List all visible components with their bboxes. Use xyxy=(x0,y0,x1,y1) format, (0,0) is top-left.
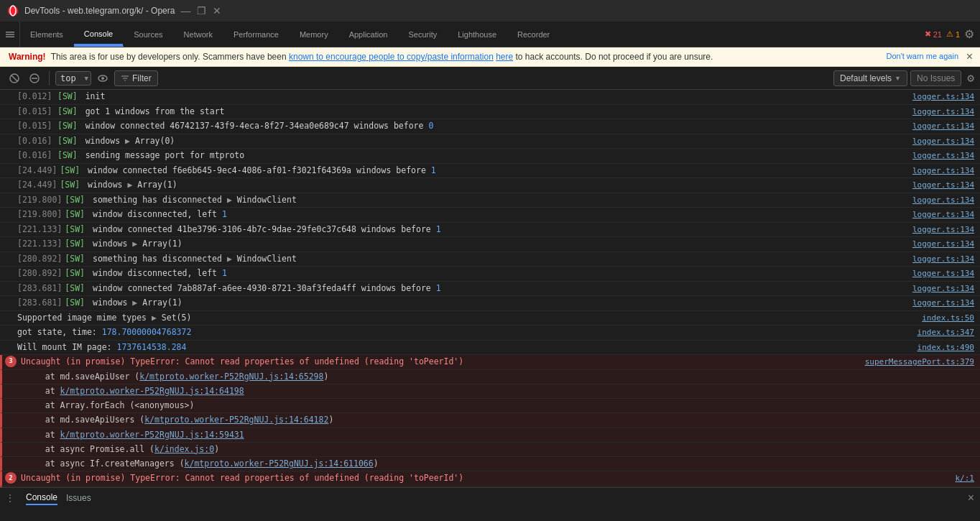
error-source[interactable]: superMessagePort.ts:379 xyxy=(865,356,974,369)
no-entry-button[interactable] xyxy=(26,70,43,87)
warning-link2[interactable]: here xyxy=(496,52,513,62)
bottom-tab-issues[interactable]: Issues xyxy=(66,492,91,504)
error-stack-row: at md.saveApiUser (k/mtproto.worker-P52R… xyxy=(0,370,980,384)
error-icon: ✖ xyxy=(925,29,931,39)
log-source[interactable]: logger.ts:134 xyxy=(888,150,974,162)
log-row: [0.015] [SW] got 1 windows from the star… xyxy=(0,105,980,120)
tabs-bar: Elements Console Sources Network Perform… xyxy=(0,22,980,47)
log-timestamp: [219.800] xyxy=(17,208,62,221)
no-issues-label: No Issues xyxy=(910,70,961,86)
tab-application[interactable]: Application xyxy=(339,22,399,47)
log-content: sending message port for mtproto xyxy=(80,149,888,162)
log-timestamp: [0.015] xyxy=(17,106,55,118)
console-settings-button[interactable]: ⚙ xyxy=(967,71,974,85)
log-source[interactable]: logger.ts:134 xyxy=(888,239,974,251)
svg-point-10 xyxy=(101,77,104,80)
tab-elements[interactable]: Elements xyxy=(20,22,74,47)
bottom-bar: ⋮ Console Issues × xyxy=(0,487,980,507)
close-button[interactable]: ✕ xyxy=(212,6,222,16)
log-timestamp: [280.892] xyxy=(17,253,62,265)
stack-line: at md.saveApiUsers (k/mtproto.worker-P52… xyxy=(25,414,974,426)
log-sw-tag: [SW] xyxy=(57,91,78,103)
log-timestamp: [219.800] xyxy=(17,194,62,206)
log-sw-tag: [SW] xyxy=(65,297,85,309)
log-source[interactable]: logger.ts:134 xyxy=(888,254,974,266)
context-selector[interactable]: top xyxy=(55,71,91,86)
tab-menu-button[interactable] xyxy=(0,22,20,47)
log-source[interactable]: logger.ts:134 xyxy=(888,136,974,148)
error-message: Uncaught (in promise) TypeError: Cannot … xyxy=(21,356,865,368)
filter-icon xyxy=(121,74,129,83)
log-sw-tag: [SW] xyxy=(65,208,85,221)
log-row: Supported image mime types ▶ Set(5) inde… xyxy=(0,311,980,326)
bottom-menu-button[interactable]: ⋮ xyxy=(6,493,14,503)
log-timestamp: [24.449] xyxy=(17,179,57,191)
filter-button[interactable]: Filter xyxy=(114,70,158,86)
log-content: window connected 41be3796-3106-4b7c-9dae… xyxy=(88,223,888,236)
log-source[interactable]: logger.ts:134 xyxy=(888,209,974,221)
log-source[interactable]: logger.ts:134 xyxy=(888,180,974,192)
default-levels-label: Default levels xyxy=(840,73,892,83)
warning-banner: Warning! This area is for use by develop… xyxy=(0,47,980,67)
hamburger-icon xyxy=(4,29,16,40)
log-source[interactable]: logger.ts:134 xyxy=(888,106,974,119)
log-sw-tag: [SW] xyxy=(65,194,85,206)
bottom-close-button[interactable]: × xyxy=(968,492,974,504)
error-count: 21 xyxy=(933,30,942,39)
tab-performance[interactable]: Performance xyxy=(223,22,290,47)
chevron-down-icon: ▼ xyxy=(895,75,901,82)
log-sw-tag: [SW] xyxy=(65,223,85,236)
clear-console-button[interactable] xyxy=(6,70,23,87)
log-content: window connected f6e6b645-9ec4-4086-af01… xyxy=(83,165,888,177)
log-source[interactable]: logger.ts:134 xyxy=(888,298,974,310)
tab-lighthouse[interactable]: Lighthouse xyxy=(448,22,507,47)
log-source[interactable]: logger.ts:134 xyxy=(888,121,974,133)
minimize-button[interactable]: — xyxy=(180,6,190,16)
log-content: windows ▶ Array(1) xyxy=(88,238,888,250)
eye-button[interactable] xyxy=(94,70,111,87)
log-source[interactable]: logger.ts:134 xyxy=(888,165,974,177)
close-warning-button[interactable]: × xyxy=(966,50,973,63)
svg-rect-2 xyxy=(6,32,14,33)
tab-memory[interactable]: Memory xyxy=(290,22,339,47)
warning-link1[interactable]: known to encourage people to copy/paste … xyxy=(289,52,494,62)
title-text: DevTools - web.telegram.org/k/ - Opera xyxy=(24,6,175,16)
log-content: windows ▶ Array(1) xyxy=(83,179,888,191)
tab-console[interactable]: Console xyxy=(74,22,124,47)
tab-sources[interactable]: Sources xyxy=(124,22,173,47)
console-toolbar: top Filter Default levels ▼ No Issues ⚙ xyxy=(0,67,980,90)
default-levels-button[interactable]: Default levels ▼ xyxy=(833,70,907,86)
tab-security[interactable]: Security xyxy=(398,22,448,47)
error-stack-row: at async If.createManagers (k/mtproto.wo… xyxy=(0,457,980,471)
log-timestamp: [0.016] xyxy=(17,135,55,147)
bottom-tab-console[interactable]: Console xyxy=(26,491,57,505)
error-stack-row: at md.saveApiUser (k/mtproto.worker-P52R… xyxy=(0,487,980,487)
log-content: window disconnected, left 1 xyxy=(88,267,888,280)
tab-recorder[interactable]: Recorder xyxy=(507,22,560,47)
log-source[interactable]: logger.ts:134 xyxy=(888,283,974,295)
log-source[interactable]: logger.ts:134 xyxy=(888,224,974,236)
log-content: got state, time: 178.70000004768372 xyxy=(17,326,888,338)
log-source[interactable]: index.ts:347 xyxy=(888,327,974,339)
tab-network[interactable]: Network xyxy=(174,22,223,47)
log-content: window connected 46742137-43f9-4eca-8f27… xyxy=(80,120,888,132)
settings-gear-button[interactable]: ⚙ xyxy=(964,27,974,41)
error-source[interactable]: k/:1 xyxy=(888,473,974,485)
log-row: [0.015] [SW] window connected 46742137-4… xyxy=(0,119,980,134)
maximize-button[interactable]: ❐ xyxy=(196,6,206,16)
opera-icon xyxy=(7,5,19,17)
error-stack-row: at Array.forEach (<anonymous>) xyxy=(0,399,980,413)
log-source[interactable]: index.ts:50 xyxy=(888,313,974,325)
log-row: [219.800] [SW] window disconnected, left… xyxy=(0,208,980,223)
title-bar: DevTools - web.telegram.org/k/ - Opera —… xyxy=(0,0,980,22)
log-source[interactable]: logger.ts:134 xyxy=(888,268,974,280)
log-row: [24.449] [SW] window connected f6e6b645-… xyxy=(0,164,980,179)
dont-warn-button[interactable]: Don't warn me again xyxy=(886,52,958,60)
warning-text1: This area is for use by developers only.… xyxy=(51,52,289,62)
console-output[interactable]: [0.012] [SW] init logger.ts:134 [0.015] … xyxy=(0,90,980,487)
log-source[interactable]: logger.ts:134 xyxy=(888,91,974,103)
log-source[interactable]: logger.ts:134 xyxy=(888,195,974,207)
log-sw-tag: [SW] xyxy=(60,179,80,191)
warning-title: Warning! xyxy=(9,52,46,62)
log-source[interactable]: index.ts:490 xyxy=(888,342,974,354)
